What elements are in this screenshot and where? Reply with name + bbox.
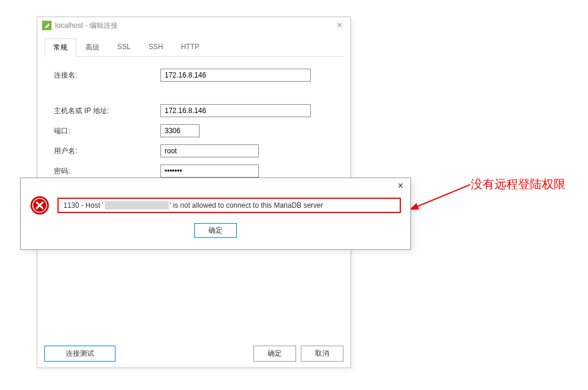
titlebar: localhost - 编辑连接 × xyxy=(37,17,351,34)
error-icon xyxy=(30,196,49,215)
password-label: 密码: xyxy=(54,166,160,176)
host-input[interactable] xyxy=(160,104,311,117)
user-label: 用户名: xyxy=(54,146,160,156)
tab-ssh[interactable]: SSH xyxy=(140,38,172,56)
error-dialog: × 1130 - Host ' ' is not allowed to conn… xyxy=(20,178,411,250)
cancel-button[interactable]: 取消 xyxy=(301,346,343,362)
error-titlebar: × xyxy=(21,178,410,194)
svg-line-3 xyxy=(416,185,470,207)
user-input[interactable] xyxy=(160,144,259,157)
host-label: 主机名或 IP 地址: xyxy=(54,106,160,116)
redacted-host xyxy=(105,201,169,209)
tabs-bar: 常规 高级 SSL SSH HTTP xyxy=(44,38,343,57)
port-input[interactable] xyxy=(160,124,200,137)
port-label: 端口: xyxy=(54,126,160,136)
test-connection-button[interactable]: 连接测试 xyxy=(44,346,115,362)
annotation-arrow xyxy=(411,178,476,213)
window-title: localhost - 编辑连接 xyxy=(55,21,333,31)
tab-ssl[interactable]: SSL xyxy=(108,38,140,56)
tab-advanced[interactable]: 高级 xyxy=(76,38,108,56)
error-close-icon[interactable]: × xyxy=(396,181,406,191)
annotation-text: 没有远程登陆权限 xyxy=(471,176,565,192)
bottom-bar: 连接测试 确定 取消 xyxy=(44,346,343,362)
app-icon xyxy=(42,21,52,30)
connection-name-label: 连接名: xyxy=(54,70,160,80)
error-confirm-button[interactable]: 确定 xyxy=(194,223,237,238)
error-message: 1130 - Host ' ' is not allowed to connec… xyxy=(57,198,401,213)
error-text-prefix: 1130 - Host ' xyxy=(63,201,104,209)
tab-http[interactable]: HTTP xyxy=(172,38,208,56)
error-text-suffix: ' is not allowed to connect to this Mari… xyxy=(170,201,323,209)
connection-name-input[interactable] xyxy=(160,69,311,82)
close-icon[interactable]: × xyxy=(333,20,346,31)
tab-general[interactable]: 常规 xyxy=(44,38,76,57)
password-input[interactable] xyxy=(160,165,259,178)
ok-button[interactable]: 确定 xyxy=(253,346,296,362)
